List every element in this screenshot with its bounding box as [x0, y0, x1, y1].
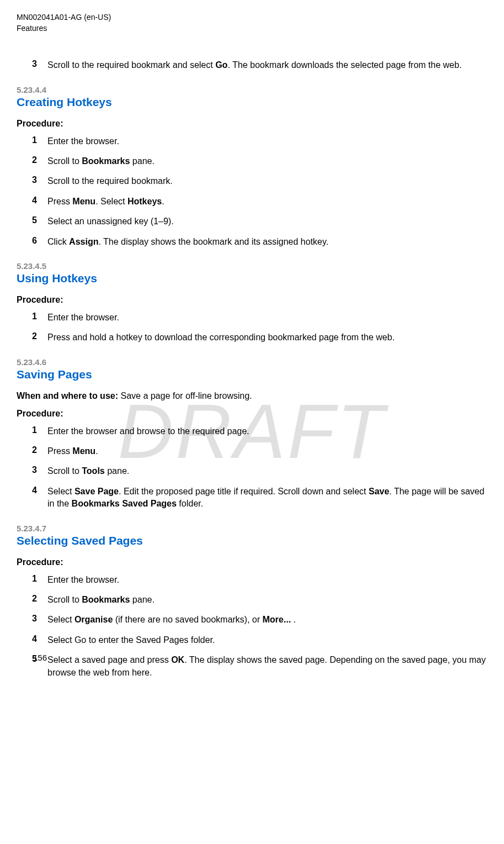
text-fragment: (if there are no saved bookmarks), or [113, 615, 262, 624]
step-text: Press Menu. [47, 445, 487, 457]
text-fragment: pane. [130, 156, 154, 166]
text-fragment: Scroll to [47, 466, 82, 476]
section-title: Saving Pages [17, 368, 487, 381]
header-section: Features [17, 23, 487, 34]
step-number: 1 [32, 312, 47, 324]
step-text: Scroll to the required bookmark and sele… [47, 59, 487, 71]
procedure-label: Procedure: [17, 295, 487, 305]
text-fragment: Press [47, 197, 72, 206]
text-fragment: Enter the browser. [47, 136, 119, 146]
text-fragment: Scroll to the required bookmark. [47, 176, 173, 186]
bold-text: Hotkeys [128, 197, 162, 206]
step-row: 3Scroll to Tools pane. [32, 465, 487, 477]
step-text: Press and hold a hotkey to download the … [47, 331, 487, 344]
text-fragment: Enter the browser and browse to the requ… [47, 426, 250, 436]
step-row: 5Select a saved page and press OK. The d… [32, 654, 487, 679]
bold-text: Assign [69, 237, 98, 246]
step-text: Click Assign. The display shows the book… [47, 236, 487, 248]
step-row: 1Enter the browser. [32, 574, 487, 586]
step-row: 3Select Organise (if there are no saved … [32, 614, 487, 626]
procedure-label: Procedure: [17, 409, 487, 419]
text-fragment: Press and hold a hotkey to download the … [47, 333, 395, 342]
step-number: 3 [32, 614, 47, 626]
step-number: 6 [32, 236, 47, 248]
text-fragment: Select Go to enter the Saved Pages folde… [47, 635, 215, 645]
page-number: 156 [33, 653, 47, 662]
text-fragment: pane. [105, 466, 129, 476]
text-fragment: . Edit the proposed page title if requir… [119, 487, 369, 496]
steps-container: 1Enter the browser.2Scroll to Bookmarks … [17, 574, 487, 679]
text-fragment: Enter the browser. [47, 575, 119, 584]
step-row: 2Scroll to Bookmarks pane. [32, 594, 487, 606]
step-row: 4Press Menu. Select Hotkeys. [32, 196, 487, 208]
step-number: 3 [32, 465, 47, 477]
text-fragment: Scroll to [47, 156, 82, 166]
text-fragment: Press [47, 446, 72, 456]
bold-text: Organise [75, 615, 113, 624]
page-body: MN002041A01-AG (en-US) Features 3 Scroll… [17, 12, 487, 679]
step-text: Select Go to enter the Saved Pages folde… [47, 634, 487, 646]
procedure-label: Procedure: [17, 119, 487, 129]
step-text: Select a saved page and press OK. The di… [47, 654, 487, 679]
text-fragment: . The display shows the bookmark and its… [98, 237, 328, 246]
step-number: 4 [32, 196, 47, 208]
step-number: 4 [32, 486, 47, 510]
steps-container: 1Enter the browser.2Press and hold a hot… [17, 312, 487, 344]
doc-id: MN002041A01-AG (en-US) [17, 12, 487, 23]
step-text: Enter the browser. [47, 312, 487, 324]
step-row: 5Select an unassigned key (1–9). [32, 215, 487, 228]
bold-text: Save Page [75, 487, 119, 496]
text-fragment: . [291, 615, 296, 624]
bold-text: Tools [82, 466, 104, 476]
step-row: 3Scroll to the required bookmark. [32, 175, 487, 187]
step-text: Scroll to Tools pane. [47, 465, 487, 477]
step-row: 2Press Menu. [32, 445, 487, 457]
step-row: 2Press and hold a hotkey to download the… [32, 331, 487, 344]
steps-container: 1Enter the browser.2Scroll to Bookmarks … [17, 135, 487, 248]
bold-text: Go [215, 60, 227, 70]
text-fragment: . [96, 446, 98, 456]
bold-text: Save [369, 487, 389, 496]
step-row: 6Click Assign. The display shows the boo… [32, 236, 487, 248]
step-text: Scroll to the required bookmark. [47, 175, 487, 187]
text-fragment: Click [47, 237, 69, 246]
step-row: 2Scroll to Bookmarks pane. [32, 155, 487, 167]
text-fragment: . [162, 197, 164, 206]
step-row: 3 Scroll to the required bookmark and se… [32, 59, 487, 71]
step-text: Press Menu. Select Hotkeys. [47, 196, 487, 208]
step-text: Select Organise (if there are no saved b… [47, 614, 487, 626]
text-fragment: . Select [96, 197, 128, 206]
section-number: 5.23.4.5 [17, 261, 487, 271]
bold-text: Menu [72, 197, 96, 206]
section-title: Creating Hotkeys [17, 96, 487, 109]
bold-text: Bookmarks Saved Pages [72, 499, 177, 508]
step-text: Select Save Page. Edit the proposed page… [47, 486, 487, 510]
step-row: 4Select Save Page. Edit the proposed pag… [32, 486, 487, 510]
text-fragment: Select a saved page and press [47, 655, 171, 664]
step-row: 4Select Go to enter the Saved Pages fold… [32, 634, 487, 646]
step-text: Enter the browser. [47, 135, 487, 147]
usage-line: When and where to use: Save a page for o… [17, 391, 487, 401]
text-fragment: pane. [130, 595, 154, 604]
step-text: Enter the browser. [47, 574, 487, 586]
steps-container: 1Enter the browser and browse to the req… [17, 425, 487, 510]
step-number: 5 [32, 215, 47, 228]
text-fragment: Select [47, 487, 75, 496]
bold-text: OK [171, 655, 184, 664]
bold-text: Menu [72, 446, 96, 456]
section-title: Selecting Saved Pages [17, 534, 487, 547]
step-number: 2 [32, 155, 47, 167]
step-number: 2 [32, 331, 47, 344]
text-fragment: Select an unassigned key (1–9). [47, 217, 174, 226]
text-fragment: Enter the browser. [47, 313, 119, 322]
text-fragment: Scroll to [47, 595, 82, 604]
section-number: 5.23.4.4 [17, 85, 487, 94]
step-number: 2 [32, 445, 47, 457]
text-fragment: folder. [177, 499, 203, 508]
step-text: Enter the browser and browse to the requ… [47, 425, 487, 437]
step-number: 1 [32, 135, 47, 147]
section-number: 5.23.4.6 [17, 357, 487, 367]
section-title: Using Hotkeys [17, 272, 487, 285]
text-fragment: . The bookmark downloads the selected pa… [227, 60, 461, 70]
step-text: Select an unassigned key (1–9). [47, 215, 487, 228]
